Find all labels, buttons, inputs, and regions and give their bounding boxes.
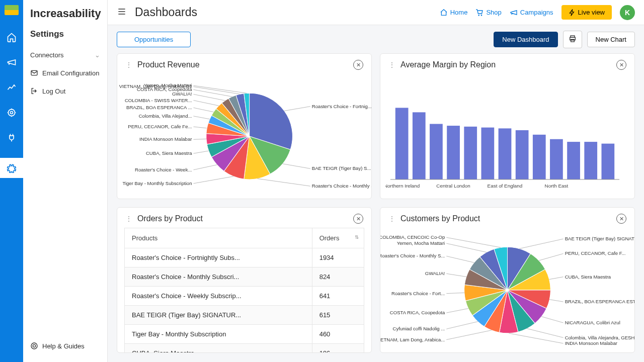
sidebar-item-label: Help & Guides <box>42 342 85 350</box>
orders-table: Products Orders⇅ Roaster's Choice - Fort… <box>124 228 364 352</box>
drag-handle-icon[interactable]: ⋮ <box>125 215 132 223</box>
svg-text:BRAZIL, BOA ESPERANCA ...: BRAZIL, BOA ESPERANCA ... <box>126 105 192 110</box>
drag-handle-icon[interactable]: ⋮ <box>388 215 395 223</box>
svg-line-62 <box>549 300 563 302</box>
svg-line-74 <box>446 309 468 313</box>
actionbar: Opportunities New Dashboard New Chart <box>108 25 644 53</box>
print-button[interactable] <box>563 31 582 48</box>
nav-campaigns[interactable] <box>7 57 17 69</box>
nav-targeting[interactable] <box>7 108 17 120</box>
svg-line-16 <box>194 165 217 170</box>
svg-text:Central London: Central London <box>436 183 470 189</box>
table-row[interactable]: Roaster's Choice - Monthly Subscri...824 <box>125 267 364 287</box>
col-orders[interactable]: Orders⇅ <box>312 228 364 248</box>
svg-text:North East: North East <box>545 183 569 189</box>
table-row[interactable]: Tiger Bay - Monthly Subscription460 <box>125 325 364 344</box>
sidebar-item-label: Log Out <box>42 87 65 95</box>
brand: Increasability <box>30 7 100 20</box>
svg-line-28 <box>194 101 219 106</box>
svg-text:East of England: East of England <box>488 183 523 189</box>
drag-handle-icon[interactable]: ⋮ <box>125 61 132 69</box>
sidebar-item-connectors[interactable]: Connectors ⌄ <box>30 46 100 64</box>
svg-line-36 <box>194 85 247 93</box>
svg-text:COLOMBIA - SWISS WATER...: COLOMBIA - SWISS WATER... <box>125 98 192 103</box>
svg-line-34 <box>194 86 240 94</box>
top-campaigns[interactable]: Campaigns <box>510 9 553 17</box>
svg-text:Roaster's Choice - Fortnig...: Roaster's Choice - Fortnig... <box>312 104 371 109</box>
svg-line-14 <box>194 176 233 184</box>
top-home[interactable]: Home <box>440 9 468 17</box>
svg-text:Yemen, Mocha Mattari: Yemen, Mocha Mattari <box>144 82 192 88</box>
svg-line-26 <box>194 108 214 112</box>
nav-connectors[interactable] <box>7 133 17 145</box>
svg-line-70 <box>446 330 492 340</box>
card-orders: ⋮ Orders by Product ✕ Products Orders⇅ R… <box>117 207 372 353</box>
cell-product: Tiger Bay - Monthly Subscription <box>125 325 312 344</box>
settings-sidebar: Increasability Settings Connectors ⌄ Ema… <box>23 0 108 362</box>
menu-toggle[interactable] <box>117 7 127 19</box>
cell-product: Roaster's Choice - Fortnightly Subs... <box>125 248 312 267</box>
close-card-button[interactable]: ✕ <box>353 60 363 70</box>
col-products[interactable]: Products <box>125 228 312 248</box>
svg-text:CUBA, Siera Maestra: CUBA, Siera Maestra <box>565 274 611 280</box>
card-title: Customers by Product <box>400 214 611 223</box>
top-shop[interactable]: Shop <box>475 9 501 17</box>
svg-point-0 <box>8 109 15 116</box>
svg-line-66 <box>527 328 563 337</box>
table-row[interactable]: Roaster's Choice - Fortnightly Subs...19… <box>125 248 364 267</box>
svg-text:INDIA Monsoon Malabar: INDIA Monsoon Malabar <box>565 340 618 346</box>
svg-text:BAE TEIGR (Tiger Bay)  S...: BAE TEIGR (Tiger Bay) S... <box>312 165 371 171</box>
card-customers: ⋮ Customers by Product ✕ BAE TEIGR (Tige… <box>380 207 635 353</box>
svg-text:Roaster's Choice - Fort...: Roaster's Choice - Fort... <box>391 291 445 296</box>
new-dashboard-button[interactable]: New Dashboard <box>494 32 557 47</box>
svg-line-20 <box>194 139 206 139</box>
svg-text:PERU, CECANOR, Cafe F...: PERU, CECANOR, Cafe F... <box>565 250 626 256</box>
sidebar-item-logout[interactable]: Log Out <box>30 82 100 100</box>
svg-line-56 <box>519 239 563 248</box>
svg-text:CUBA, Siera Maestra: CUBA, Siera Maestra <box>146 150 192 156</box>
svg-text:VIETNAM, Lam Dong, Arabica...: VIETNAM, Lam Dong, Arabica... <box>380 337 445 342</box>
sidebar-item-label: Connectors <box>30 51 63 59</box>
cell-orders: 196 <box>312 344 364 353</box>
svg-text:Cyfuniad coffi Nadolig ...: Cyfuniad coffi Nadolig ... <box>393 326 445 331</box>
logout-icon <box>30 87 38 95</box>
cell-product: BAE TEIGR (Tiger Bay) SIGNATUR... <box>125 306 312 325</box>
svg-rect-43 <box>481 128 494 179</box>
card-title: Average Margin by Region <box>400 60 611 69</box>
svg-line-10 <box>283 164 310 169</box>
svg-rect-47 <box>550 139 563 179</box>
new-chart-button[interactable]: New Chart <box>587 32 635 47</box>
cell-product: Roaster's Choice - Weekly Subscrip... <box>125 287 312 306</box>
user-avatar[interactable]: K <box>620 5 635 20</box>
svg-rect-45 <box>516 130 529 179</box>
svg-line-18 <box>194 151 209 153</box>
table-row[interactable]: Roaster's Choice - Weekly Subscrip...641 <box>125 287 364 306</box>
drag-handle-icon[interactable]: ⋮ <box>388 61 395 69</box>
cell-product: Roaster's Choice - Monthly Subscri... <box>125 267 312 287</box>
svg-text:Colombia, Villa Alejandra, GES: Colombia, Villa Alejandra, GESHA <box>565 335 634 340</box>
svg-line-78 <box>446 274 466 277</box>
svg-rect-50 <box>601 144 614 179</box>
svg-text:Roaster's Choice - Monthly S..: Roaster's Choice - Monthly S... <box>380 253 445 258</box>
close-card-button[interactable]: ✕ <box>353 214 363 224</box>
live-view-button[interactable]: Live view <box>561 5 612 20</box>
table-row[interactable]: BAE TEIGR (Tiger Bay) SIGNATUR...615 <box>125 306 364 325</box>
sidebar-item-help[interactable]: Help & Guides <box>30 337 100 355</box>
nav-home[interactable] <box>7 32 17 44</box>
table-row[interactable]: CUBA, Siera Maestra196 <box>125 344 364 353</box>
svg-rect-46 <box>533 135 546 179</box>
opportunities-button[interactable]: Opportunities <box>117 32 191 47</box>
nav-settings[interactable] <box>0 158 23 178</box>
nav-analytics[interactable] <box>7 82 17 95</box>
svg-rect-48 <box>567 142 580 179</box>
svg-line-82 <box>446 243 487 252</box>
sidebar-item-email[interactable]: Email Configuration <box>30 64 100 82</box>
svg-rect-41 <box>447 126 460 179</box>
topbar: Dashboards Home Shop Campaigns Live view… <box>108 0 644 25</box>
svg-line-8 <box>284 107 310 111</box>
svg-line-24 <box>194 116 210 119</box>
close-card-button[interactable]: ✕ <box>616 214 626 224</box>
svg-text:Colombia, Villa Alejand...: Colombia, Villa Alejand... <box>139 113 192 119</box>
card-product-revenue: ⋮ Product Revenue ✕ Roaster's Choice - F… <box>117 53 372 199</box>
close-card-button[interactable]: ✕ <box>616 60 626 70</box>
